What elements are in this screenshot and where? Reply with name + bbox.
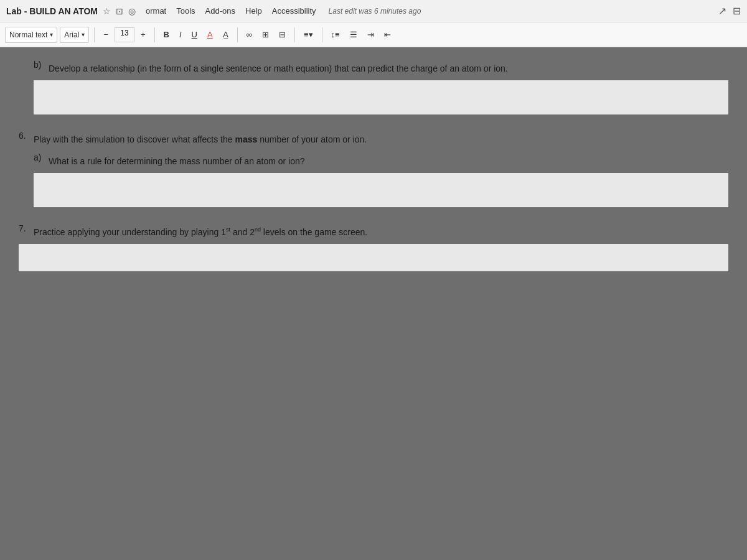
separator-1 (94, 27, 95, 42)
align-button[interactable]: ≡▾ (300, 27, 317, 43)
separator-4 (294, 27, 295, 42)
question-6a-label: a) (34, 152, 46, 162)
question-7-text-before: Practice applying your understanding by … (34, 227, 226, 237)
title-bar: Lab - BUILD AN ATOM ☆ ⊡ ◎ ormat Tools Ad… (0, 0, 747, 22)
spacer-1 (19, 121, 728, 131)
drive-icon[interactable]: ⊡ (116, 6, 123, 16)
question-7-sup1: st (226, 226, 230, 233)
separator-5 (322, 27, 322, 42)
question-5b-text: Develop a relationship (in the form of a… (49, 60, 508, 78)
link-button[interactable]: ∞ (243, 27, 256, 43)
indent-button[interactable]: ⇥ (364, 27, 378, 43)
menu-addons[interactable]: Add-ons (205, 6, 235, 16)
text-style-dropdown[interactable]: Normal text ▾ (5, 27, 57, 43)
title-bar-icons: ☆ ⊡ ◎ (103, 6, 136, 16)
bold-button[interactable]: B (160, 27, 173, 43)
question-7-sup2: nd (255, 226, 261, 233)
font-family-label: Arial (64, 30, 79, 39)
font-decrease-button[interactable]: − (100, 27, 112, 43)
menu-bar: ormat Tools Add-ons Help Accessibility (146, 6, 316, 16)
sync-icon[interactable]: ◎ (128, 6, 136, 16)
font-family-arrow: ▾ (82, 31, 85, 38)
question-7-number: 7. (19, 223, 31, 233)
menu-format[interactable]: ormat (146, 6, 166, 16)
question-5b-row: b) Develop a relationship (in the form o… (34, 60, 728, 78)
strikethrough-button[interactable]: A (204, 27, 217, 43)
menu-accessibility[interactable]: Accessibility (272, 6, 316, 16)
last-edit-status: Last edit was 6 minutes ago (329, 7, 421, 16)
line-spacing-button[interactable]: ↕≡ (327, 27, 344, 43)
text-style-arrow: ▾ (50, 31, 53, 38)
answer-box-6a[interactable] (34, 173, 728, 207)
answer-box-5b[interactable] (34, 80, 728, 114)
separator-3 (237, 27, 238, 42)
question-7-row: 7. Practice applying your understanding … (19, 223, 728, 241)
question-7: 7. Practice applying your understanding … (19, 223, 728, 271)
question-7-text-end: levels on the game screen. (261, 227, 367, 237)
question-6a-row: a) What is a rule for determining the ma… (34, 152, 728, 170)
collapse-icon[interactable]: ⊟ (733, 5, 741, 17)
open-icon[interactable]: ↗ (718, 5, 726, 17)
document-area: b) Develop a relationship (in the form o… (0, 47, 747, 560)
toolbar: Normal text ▾ Arial ▾ − 13 + B I U A A̲ … (0, 22, 747, 47)
question-6: 6. Play with the simulation to discover … (19, 131, 728, 207)
table-button[interactable]: ⊟ (275, 27, 289, 43)
list-button[interactable]: ☰ (346, 27, 361, 43)
question-6-text-after: number of your atom or ion. (257, 134, 367, 144)
question-6-bold: mass (235, 134, 257, 144)
question-7-text: Practice applying your understanding by … (34, 223, 367, 241)
font-family-dropdown[interactable]: Arial ▾ (60, 27, 89, 43)
question-6-text: Play with the simulation to discover wha… (34, 131, 367, 149)
separator-2 (154, 27, 155, 42)
font-size-display[interactable]: 13 (115, 27, 134, 42)
question-7-text-mid: and 2 (230, 227, 255, 237)
document-title: Lab - BUILD AN ATOM (6, 6, 98, 16)
answer-box-7[interactable] (19, 244, 728, 271)
question-6-number: 6. (19, 131, 31, 141)
outdent-button[interactable]: ⇤ (380, 27, 395, 43)
spacer-2 (19, 213, 728, 223)
menu-help[interactable]: Help (245, 6, 262, 16)
font-color-button[interactable]: A̲ (219, 27, 232, 43)
menu-tools[interactable]: Tools (176, 6, 195, 16)
star-icon[interactable]: ☆ (103, 6, 111, 16)
question-6a: a) What is a rule for determining the ma… (34, 152, 728, 207)
title-bar-right-icons: ↗ ⊟ (718, 5, 741, 17)
text-style-label: Normal text (9, 30, 47, 39)
question-5b-label: b) (34, 60, 46, 70)
font-increase-button[interactable]: + (137, 27, 149, 43)
underline-button[interactable]: U (188, 27, 201, 43)
image-button[interactable]: ⊞ (258, 27, 273, 43)
question-5b: b) Develop a relationship (in the form o… (34, 60, 728, 114)
italic-button[interactable]: I (176, 27, 186, 43)
question-6-row: 6. Play with the simulation to discover … (19, 131, 728, 149)
question-6a-text: What is a rule for determining the mass … (49, 152, 305, 170)
question-6-text-before: Play with the simulation to discover wha… (34, 134, 235, 144)
